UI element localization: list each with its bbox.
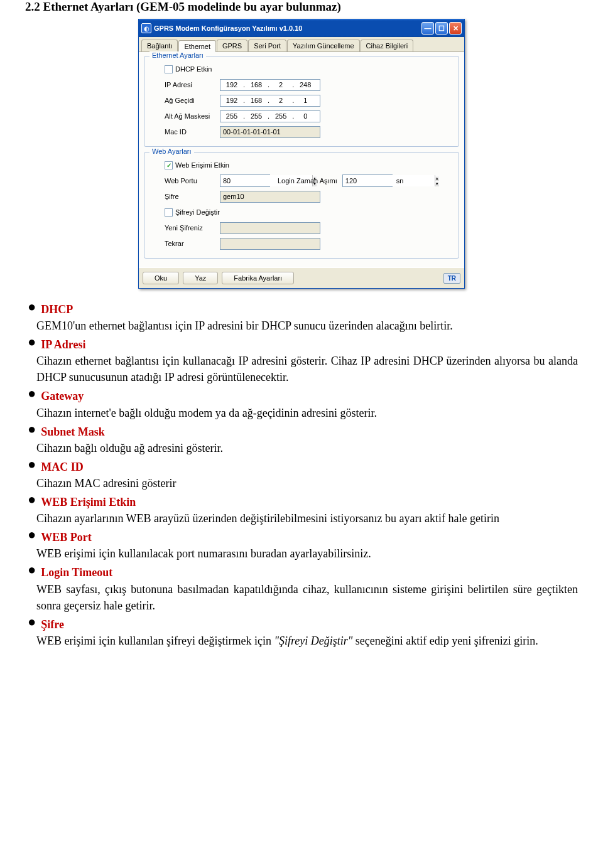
mask-oct-3[interactable] (269, 111, 292, 122)
tab-panel-ethernet: Ethernet Ayarları DHCP Etkin IP Adresi .… (139, 52, 464, 267)
web-enabled-row[interactable]: ✓ Web Erişimi Etkin (151, 161, 229, 169)
gw-oct-3[interactable] (269, 95, 292, 106)
desc-web-port: WEB erişimi için kullanılacak port numar… (36, 545, 578, 562)
desc-ip: Cihazın ethernet bağlantısı için kullana… (36, 353, 578, 385)
timeout-down-icon[interactable]: ▼ (435, 181, 439, 186)
ip-oct-1[interactable] (220, 80, 243, 90)
term-gateway: Gateway (41, 388, 84, 404)
change-pass-row[interactable]: Şifreyi Değiştir (151, 208, 220, 217)
dhcp-label: DHCP Etkin (175, 65, 212, 73)
change-pass-label: Şifreyi Değiştir (175, 208, 220, 216)
window-title: GPRS Modem Konfigürasyon Yazılımı v1.0.1… (154, 24, 421, 32)
minimize-button[interactable]: — (421, 22, 434, 35)
tab-seriport[interactable]: Seri Port (248, 40, 286, 51)
lang-button[interactable]: TR (443, 273, 460, 284)
tabs: Bağlantı Ethernet GPRS Seri Port Yazılım… (139, 37, 464, 52)
doc-content: ●DHCP GEM10'un ethernet bağlantısı için … (25, 301, 578, 649)
mask-label: Alt Ağ Maskesi (151, 112, 220, 120)
ip-oct-2[interactable] (245, 80, 268, 90)
tab-yazilim[interactable]: Yazılım Güncelleme (287, 40, 360, 51)
new-pass-label: Yeni Şifreniz (151, 224, 220, 232)
desc-dhcp: GEM10'un ethernet bağlantısı için IP adr… (36, 318, 578, 334)
web-group: Web Ayarları ✓ Web Erişimi Etkin Web Por… (144, 152, 459, 259)
mac-input[interactable] (220, 126, 320, 138)
gw-oct-2[interactable] (245, 95, 268, 106)
timeout-unit: sn (396, 177, 404, 185)
ip-oct-3[interactable] (269, 80, 292, 90)
repeat-pass-label: Tekrar (151, 240, 220, 247)
read-button[interactable]: Oku (143, 272, 179, 284)
write-button[interactable]: Yaz (183, 272, 218, 284)
term-web-en: WEB Erişimi Etkin (41, 494, 136, 510)
mask-input[interactable]: . . . (220, 110, 320, 122)
timeout-up-icon[interactable]: ▲ (435, 175, 439, 181)
ethernet-legend: Ethernet Ayarları (149, 51, 206, 59)
term-subnet: Subnet Mask (41, 424, 105, 440)
desc-sifre: WEB erişimi için kullanılan şifreyi deği… (36, 633, 578, 649)
gateway-label: Ağ Geçidi (151, 97, 220, 104)
ip-label: IP Adresi (151, 81, 220, 88)
term-dhcp: DHCP (41, 301, 73, 318)
term-web-port: WEB Port (41, 529, 92, 545)
close-button[interactable]: ✕ (449, 22, 462, 35)
dhcp-row[interactable]: DHCP Etkin (151, 65, 212, 73)
ethernet-group: Ethernet Ayarları DHCP Etkin IP Adresi .… (144, 56, 459, 147)
term-login-timeout: Login Timeout (41, 564, 112, 581)
timeout-label: Login Zaman Aşımı (278, 177, 337, 185)
term-mac: MAC ID (41, 459, 84, 475)
app-window: ◐ GPRS Modem Konfigürasyon Yazılımı v1.0… (138, 19, 465, 289)
tab-ethernet[interactable]: Ethernet (178, 40, 216, 52)
app-icon: ◐ (141, 23, 151, 33)
term-sifre: Şifre (41, 616, 64, 633)
gw-oct-1[interactable] (220, 95, 243, 106)
dhcp-checkbox[interactable] (165, 65, 173, 73)
factory-button[interactable]: Fabrika Ayarları (222, 272, 294, 284)
timeout-input[interactable]: ▲ ▼ (342, 174, 393, 187)
mask-oct-4[interactable] (294, 111, 317, 122)
web-port-input[interactable]: ▲ ▼ (220, 174, 270, 187)
mask-oct-2[interactable] (245, 111, 268, 122)
maximize-button[interactable]: ☐ (435, 22, 448, 35)
gateway-input[interactable]: . . . (220, 95, 320, 107)
gw-oct-4[interactable] (294, 95, 317, 106)
bottom-toolbar: Oku Yaz Fabrika Ayarları TR (139, 267, 464, 288)
tab-cihaz[interactable]: Cihaz Bilgileri (361, 40, 414, 51)
desc-login-timeout: WEB sayfası, çıkış butonuna basılmadan k… (36, 581, 578, 614)
tab-baglanti[interactable]: Bağlantı (141, 40, 178, 51)
titlebar: ◐ GPRS Modem Konfigürasyon Yazılımı v1.0… (139, 19, 464, 37)
repeat-pass-input[interactable] (220, 238, 320, 250)
new-pass-input[interactable] (220, 222, 320, 234)
mac-label: Mac ID (151, 128, 220, 136)
term-ip: IP Adresi (41, 336, 85, 353)
desc-mac: Cihazın MAC adresini gösterir (36, 475, 578, 491)
desc-gateway: Cihazın internet'e bağlı olduğu modem ya… (36, 405, 578, 421)
pass-label: Şifre (151, 193, 220, 200)
timeout-value[interactable] (343, 175, 435, 186)
web-legend: Web Ayarları (149, 147, 194, 155)
ip-input[interactable]: . . . (220, 79, 320, 91)
desc-web-en: Cihazın ayarlarının WEB arayüzü üzerinde… (36, 510, 578, 527)
pass-input[interactable] (220, 191, 320, 203)
section-title: 2.2 Ethernet Ayarları (GEM-05 modelinde … (25, 0, 578, 14)
web-enabled-label: Web Erişimi Etkin (175, 161, 229, 169)
change-pass-checkbox[interactable] (165, 208, 173, 217)
web-port-label: Web Portu (151, 177, 220, 185)
mask-oct-1[interactable] (220, 111, 243, 122)
desc-subnet: Cihazın bağlı olduğu ağ adresini gösteri… (36, 440, 578, 456)
web-enabled-checkbox[interactable]: ✓ (165, 161, 173, 169)
tab-gprs[interactable]: GPRS (217, 40, 247, 51)
ip-oct-4[interactable] (294, 80, 317, 90)
